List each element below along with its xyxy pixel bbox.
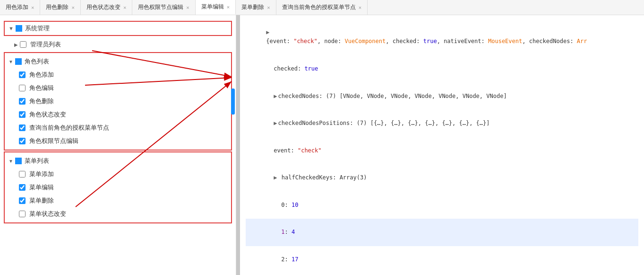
- role-list-section: ▼ 角色列表 角色添加 角色编辑 角色删除 角色状态改变: [4, 52, 232, 151]
- devtools-line-4: event: "check": [246, 137, 638, 164]
- tab-menu-delete-label: 菜单删除: [241, 3, 264, 11]
- query-role-menu-checkbox[interactable]: [19, 124, 26, 131]
- panel-divider[interactable]: [236, 15, 240, 275]
- role-add-item: 角色添加: [5, 68, 231, 81]
- sys-mgmt-label: 系统管理: [25, 24, 50, 33]
- devtools-line-1: checked: true: [246, 55, 638, 83]
- sys-mgmt-icon: [16, 25, 22, 32]
- menu-list-section: ▼ 菜单列表 菜单添加 菜单编辑 菜单删除 菜单状态改变: [4, 151, 232, 223]
- admin-list-arrow: ▶: [14, 42, 18, 47]
- devtools-line-2: ▶checkedNodes: (7) [VNode, VNode, VNode,…: [246, 82, 638, 110]
- role-perm-edit-checkbox[interactable]: [19, 138, 26, 144]
- tab-menu-edit-label: 菜单编辑: [201, 3, 224, 11]
- query-role-menu-item: 查询当前角色的授权菜单节点: [5, 121, 231, 134]
- admin-list-item: ▶ 管理员列表: [0, 38, 236, 51]
- tab-query-menu-label: 查询当前角色的授权菜单节点: [282, 3, 356, 11]
- tab-role-add[interactable]: 用色添加 ×: [0, 0, 40, 15]
- role-list-label: 角色列表: [25, 57, 49, 66]
- role-list-header[interactable]: ▼ 角色列表: [5, 55, 231, 68]
- role-del-item: 角色删除: [5, 95, 231, 108]
- menu-status-item: 菜单状态改变: [5, 207, 231, 221]
- menu-add-checkbox[interactable]: [19, 171, 26, 177]
- tree-panel: ▼ 系统管理 ▶ 管理员列表 ▼ 角色列表 角色添加 角: [0, 15, 236, 275]
- devtools-line-7: 1: 4: [246, 219, 638, 246]
- menu-list-arrow: ▼: [9, 159, 13, 164]
- role-status-item: 角色状态改变: [5, 108, 231, 121]
- close-tab-role-delete[interactable]: ×: [71, 5, 74, 10]
- devtools-line-8: 2: 17: [246, 246, 638, 274]
- menu-status-checkbox[interactable]: [19, 211, 26, 217]
- menu-edit-label: 菜单编辑: [29, 183, 54, 192]
- close-tab-menu-edit[interactable]: ×: [227, 4, 230, 10]
- devtools-panel: ▶ {event: "check", node: VueComponent, c…: [240, 15, 644, 275]
- devtools-line-3: ▶checkedNodesPositions: (7) [{…}, {…}, {…: [246, 110, 638, 137]
- scrollbar-indicator: [231, 89, 235, 115]
- tab-role-status-label: 用色状态改变: [86, 3, 120, 11]
- tab-role-add-label: 用色添加: [6, 3, 28, 11]
- devtools-line-5: ▶ halfCheckedKeys: Array(3): [246, 164, 638, 192]
- close-tab-role-add[interactable]: ×: [31, 5, 34, 10]
- role-add-checkbox[interactable]: [19, 71, 26, 78]
- tab-role-perm-label: 用色权限节点编辑: [138, 3, 183, 11]
- menu-list-icon: [15, 158, 22, 164]
- devtools-line-6: 0: 10: [246, 192, 638, 219]
- menu-add-item: 菜单添加: [5, 168, 231, 181]
- role-del-label: 角色删除: [29, 97, 54, 106]
- menu-status-label: 菜单状态改变: [29, 210, 66, 218]
- role-perm-edit-label: 角色权限节点编辑: [29, 137, 78, 145]
- sys-mgmt-arrow: ▼: [9, 26, 14, 31]
- role-list-arrow: ▼: [9, 59, 13, 64]
- role-list-icon: [15, 58, 22, 65]
- devtools-line-9: length: 3: [246, 273, 638, 275]
- tab-role-delete-label: 用色删除: [46, 3, 69, 11]
- menu-del-label: 菜单删除: [29, 196, 54, 205]
- tab-bar: 用色添加 × 用色删除 × 用色状态改变 × 用色权限节点编辑 × 菜单编辑 ×…: [0, 0, 644, 15]
- role-edit-checkbox[interactable]: [19, 85, 26, 91]
- menu-edit-item: 菜单编辑: [5, 181, 231, 194]
- role-status-checkbox[interactable]: [19, 111, 26, 118]
- admin-list-label: 管理员列表: [30, 40, 61, 49]
- menu-list-header[interactable]: ▼ 菜单列表: [5, 154, 231, 168]
- tab-query-menu[interactable]: 查询当前角色的授权菜单节点 ×: [276, 0, 368, 15]
- close-tab-menu-delete[interactable]: ×: [267, 5, 270, 10]
- role-del-checkbox[interactable]: [19, 98, 26, 105]
- tab-menu-delete[interactable]: 菜单删除 ×: [236, 0, 276, 15]
- sys-mgmt-header[interactable]: ▼ 系统管理: [4, 21, 232, 36]
- tab-role-status[interactable]: 用色状态改变 ×: [81, 0, 132, 15]
- role-edit-label: 角色编辑: [29, 84, 54, 92]
- tab-role-delete[interactable]: 用色删除 ×: [40, 0, 80, 15]
- menu-edit-checkbox[interactable]: [19, 184, 26, 191]
- query-role-menu-label: 查询当前角色的授权菜单节点: [29, 124, 109, 132]
- close-tab-query-menu[interactable]: ×: [359, 5, 361, 10]
- role-edit-item: 角色编辑: [5, 81, 231, 95]
- admin-list-checkbox[interactable]: [20, 41, 26, 48]
- menu-list-label: 菜单列表: [25, 157, 49, 165]
- close-tab-role-perm[interactable]: ×: [186, 5, 189, 10]
- menu-add-label: 菜单添加: [29, 170, 54, 178]
- devtools-line-0: ▶ {event: "check", node: VueComponent, c…: [246, 19, 638, 55]
- role-status-label: 角色状态改变: [29, 110, 66, 119]
- menu-del-checkbox[interactable]: [19, 197, 26, 204]
- role-add-label: 角色添加: [29, 71, 54, 79]
- tab-role-perm[interactable]: 用色权限节点编辑 ×: [132, 0, 195, 15]
- menu-del-item: 菜单删除: [5, 194, 231, 207]
- role-perm-edit-item: 角色权限节点编辑: [5, 134, 231, 148]
- tab-menu-edit[interactable]: 菜单编辑 ×: [196, 0, 236, 15]
- close-tab-role-status[interactable]: ×: [123, 5, 126, 10]
